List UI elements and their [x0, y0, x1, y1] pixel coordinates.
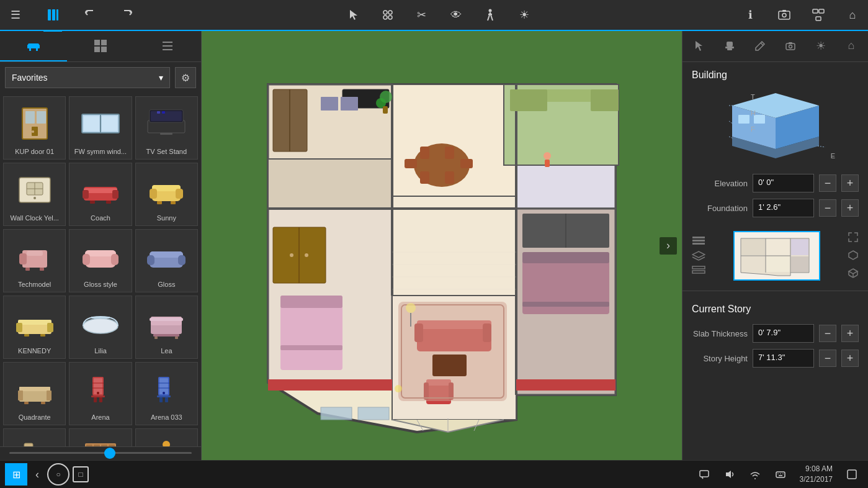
svg-rect-93 — [18, 391, 23, 400]
list-item[interactable]: — — [69, 428, 132, 446]
foundation-decrease-button[interactable]: − — [819, 199, 836, 217]
camera-tab[interactable] — [777, 34, 804, 59]
svg-rect-79 — [16, 323, 22, 332]
stamp-tab[interactable] — [716, 34, 743, 59]
task-view-button[interactable]: □ — [73, 466, 89, 482]
menu-icon[interactable]: ☰ — [6, 6, 25, 24]
perspective-icon[interactable] — [848, 250, 859, 263]
story-icon[interactable] — [692, 266, 705, 276]
info-tool-icon[interactable]: ℹ — [741, 6, 759, 24]
keyboard-icon[interactable] — [769, 463, 792, 486]
elevation-decrease-button[interactable]: − — [819, 174, 836, 192]
library-icon[interactable] — [43, 6, 62, 24]
svg-rect-57 — [106, 201, 111, 204]
start-button[interactable]: ⊞ — [5, 463, 27, 486]
list-item[interactable]: TV Set Stand — [135, 96, 198, 160]
list-item[interactable]: Gloss style — [69, 229, 132, 292]
list-item[interactable]: Wall Clock Yel... — [3, 163, 66, 226]
svg-point-5 — [388, 11, 392, 14]
paint-tab[interactable] — [746, 34, 774, 59]
house2-tab[interactable]: ⌂ — [838, 34, 865, 59]
select-tool-icon[interactable] — [344, 6, 363, 24]
list-tab[interactable] — [134, 31, 201, 61]
canvas-area[interactable]: › — [202, 31, 682, 460]
svg-rect-31 — [163, 49, 172, 50]
view-tool-icon[interactable]: 👁 — [447, 6, 465, 24]
svg-rect-252 — [776, 472, 785, 477]
svg-rect-96 — [41, 402, 45, 404]
svg-rect-237 — [791, 239, 808, 255]
slider-track[interactable] — [9, 452, 192, 454]
list-item[interactable]: KUP door 01 — [3, 96, 66, 160]
list-item[interactable]: Techmodel — [3, 229, 66, 292]
volume-icon[interactable] — [718, 463, 741, 486]
cursor-tab[interactable] — [686, 34, 713, 59]
expand-view-icon[interactable] — [848, 232, 859, 245]
back-button[interactable]: ‹ — [30, 468, 44, 481]
item-label: Lilia — [72, 347, 128, 355]
list-item[interactable]: FW symm wind... — [69, 96, 132, 160]
expand-arrow[interactable]: › — [660, 237, 677, 255]
svg-point-51 — [34, 197, 36, 199]
sun-tool-icon[interactable]: ☀ — [515, 6, 534, 24]
story-height-increase-button[interactable]: + — [841, 350, 859, 367]
slab-decrease-button[interactable]: − — [819, 325, 836, 342]
list-item[interactable]: Lilia — [69, 296, 132, 359]
redo-icon[interactable] — [118, 6, 136, 24]
house-tool-icon[interactable]: ⌂ — [843, 6, 862, 24]
furniture-tab[interactable] — [0, 31, 67, 61]
list-item[interactable]: Coach — [69, 163, 132, 226]
item-label: Quadrante — [6, 413, 63, 421]
list-item[interactable]: — — [3, 428, 66, 446]
svg-rect-60 — [150, 189, 157, 199]
slider-thumb[interactable] — [104, 448, 115, 459]
elevation-increase-button[interactable]: + — [841, 174, 859, 192]
foundation-value[interactable]: 1' 2.6" — [753, 199, 814, 217]
scissors-tool-icon[interactable]: ✂ — [413, 6, 431, 24]
settings-icon[interactable]: ⚙ — [175, 67, 196, 88]
list-item[interactable]: Lea — [135, 296, 198, 359]
chat-icon[interactable] — [693, 463, 715, 486]
layers-icon[interactable] — [692, 251, 705, 261]
undo-icon[interactable] — [81, 6, 99, 24]
svg-rect-110 — [157, 395, 171, 397]
slab-thickness-value[interactable]: 0' 7.9" — [753, 324, 814, 343]
group-tool-icon[interactable] — [378, 6, 397, 24]
floor-plan-thumbnail[interactable] — [733, 231, 820, 281]
network-icon[interactable] — [744, 463, 766, 486]
list-item[interactable]: Gloss — [135, 229, 198, 292]
home-button[interactable]: ○ — [47, 463, 69, 486]
svg-point-178 — [305, 253, 308, 257]
left-panel-tabs — [0, 31, 201, 62]
screenshot-tool-icon[interactable] — [775, 6, 794, 24]
list-item[interactable]: — — [135, 428, 198, 446]
style-tab[interactable] — [67, 31, 134, 61]
list-item[interactable]: KENNEDY — [3, 296, 66, 359]
slab-thickness-label: Slab Thickness — [692, 329, 748, 338]
story-height-decrease-button[interactable]: − — [819, 350, 836, 367]
3d-view-icon[interactable] — [848, 268, 859, 281]
elevation-value[interactable]: 0' 0" — [753, 174, 814, 192]
svg-rect-21 — [29, 48, 31, 51]
story-height-value[interactable]: 7' 11.3" — [753, 349, 814, 368]
svg-point-8 — [488, 9, 491, 12]
svg-rect-75 — [147, 255, 154, 265]
foundation-increase-button[interactable]: + — [841, 199, 859, 217]
walk-tool-icon[interactable] — [481, 6, 499, 24]
chevron-down-icon: ▾ — [159, 73, 163, 83]
list-item[interactable]: Quadrante — [3, 362, 66, 425]
notification-icon[interactable] — [841, 463, 863, 486]
list-item[interactable]: Sunny — [135, 163, 198, 226]
share-tool-icon[interactable] — [809, 6, 828, 24]
slab-increase-button[interactable]: + — [841, 325, 859, 342]
svg-line-247 — [853, 275, 857, 278]
list-item[interactable]: Arena — [69, 362, 132, 425]
svg-marker-250 — [726, 471, 731, 478]
sun2-tab[interactable]: ☀ — [807, 34, 834, 59]
favorites-dropdown[interactable]: Favorites ▾ — [5, 67, 170, 88]
svg-rect-202 — [321, 407, 352, 420]
svg-point-157 — [544, 152, 551, 160]
item-thumbnail — [76, 102, 125, 145]
list-item[interactable]: Arena 033 — [135, 362, 198, 425]
floor-settings-icon[interactable] — [692, 236, 705, 246]
